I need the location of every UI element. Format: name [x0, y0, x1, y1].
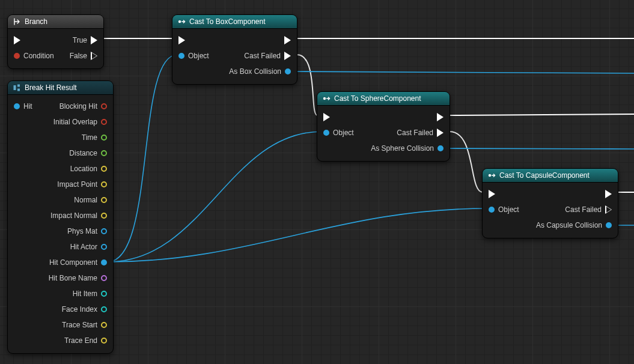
pin-label: Hit Component: [49, 258, 97, 267]
hit-pin[interactable]: Hit: [8, 99, 43, 114]
data-pin[interactable]: [101, 213, 107, 219]
pin-label: True: [73, 36, 87, 44]
out-pin-hit-component[interactable]: Hit Component: [43, 255, 113, 270]
out-pin-impact-normal[interactable]: Impact Normal: [43, 208, 113, 223]
pin-label: As Sphere Collision: [371, 144, 434, 153]
out-pin-normal[interactable]: Normal: [43, 192, 113, 208]
pin-label: Time: [82, 133, 97, 142]
out-pin-location[interactable]: Location: [43, 161, 113, 177]
data-pin[interactable]: [101, 197, 107, 203]
data-pin[interactable]: [101, 119, 107, 125]
svg-rect-1: [17, 85, 20, 87]
branch-icon: [13, 17, 21, 26]
condition-pin[interactable]: Condition: [8, 48, 60, 64]
false-pin[interactable]: False: [60, 48, 103, 64]
pin-label: Normal: [74, 196, 97, 204]
pin-label: Object: [333, 129, 354, 137]
node-cast-capsule[interactable]: Cast To CapsuleComponent Object Cast Fai…: [482, 168, 618, 238]
exec-in-pin[interactable]: [172, 32, 223, 48]
as-capsule-pin[interactable]: As Capsule Collision: [530, 217, 618, 233]
out-pin-impact-point[interactable]: Impact Point: [43, 177, 113, 192]
node-header: Cast To SphereComponent: [317, 92, 450, 106]
as-sphere-pin[interactable]: As Sphere Collision: [365, 141, 450, 156]
node-break-hit-result[interactable]: Break Hit Result Hit Blocking HitInitial…: [7, 80, 114, 354]
node-title: Branch: [25, 17, 47, 26]
cast-failed-pin[interactable]: Cast Failed: [223, 48, 297, 64]
node-header: Branch: [8, 15, 103, 29]
data-pin[interactable]: [101, 306, 107, 312]
exec-out-pin[interactable]: [365, 109, 450, 125]
exec-out-pin[interactable]: [530, 186, 618, 202]
node-title: Cast To BoxComponent: [189, 17, 266, 26]
pin-label: Initial Overlap: [53, 118, 97, 126]
data-pin[interactable]: [101, 338, 107, 344]
pin-label: Hit Actor: [70, 243, 97, 251]
out-pin-blocking-hit[interactable]: Blocking Hit: [43, 99, 113, 114]
out-pin-hit-item[interactable]: Hit Item: [43, 286, 113, 302]
node-header: Cast To BoxComponent: [172, 15, 297, 29]
out-pin-time[interactable]: Time: [43, 130, 113, 145]
exec-in-pin[interactable]: [483, 186, 530, 202]
data-pin[interactable]: [101, 181, 107, 187]
node-cast-sphere[interactable]: Cast To SphereComponent Object Cast Fail…: [317, 91, 450, 162]
pin-label: Trace End: [64, 336, 97, 345]
object-pin[interactable]: Object: [483, 202, 530, 217]
data-pin[interactable]: [101, 228, 107, 234]
cast-failed-pin[interactable]: Cast Failed: [365, 125, 450, 141]
out-pin-distance[interactable]: Distance: [43, 145, 113, 161]
data-pin[interactable]: [101, 322, 107, 328]
data-pin[interactable]: [101, 103, 107, 109]
out-pin-trace-end[interactable]: Trace End: [43, 333, 113, 348]
node-branch[interactable]: Branch Condition True False: [7, 14, 104, 69]
svg-point-3: [178, 20, 181, 23]
pin-label: False: [70, 52, 87, 60]
exec-out-pin[interactable]: [223, 32, 297, 48]
out-pin-hit-actor[interactable]: Hit Actor: [43, 239, 113, 255]
pin-label: Hit Item: [73, 290, 97, 298]
data-pin[interactable]: [101, 135, 107, 141]
data-pin[interactable]: [101, 244, 107, 250]
pin-label: Cast Failed: [565, 205, 602, 214]
exec-in-pin[interactable]: [317, 109, 365, 125]
out-pin-face-index[interactable]: Face Index: [43, 302, 113, 317]
data-pin[interactable]: [101, 166, 107, 172]
node-header: Break Hit Result: [8, 81, 113, 95]
pin-label: Trace Start: [62, 321, 97, 329]
node-cast-box[interactable]: Cast To BoxComponent Object Cast Failed …: [172, 14, 297, 85]
svg-point-4: [323, 97, 326, 100]
node-header: Cast To CapsuleComponent: [483, 169, 618, 183]
cast-icon: [177, 17, 186, 26]
node-title: Cast To CapsuleComponent: [499, 171, 590, 180]
exec-in-pin[interactable]: [8, 32, 60, 48]
cast-icon: [322, 94, 331, 103]
node-title: Cast To SphereComponent: [334, 94, 421, 103]
cast-icon: [487, 171, 496, 180]
pin-label: Condition: [23, 52, 54, 60]
pin-label: Object: [188, 52, 209, 60]
data-pin[interactable]: [101, 150, 107, 156]
pin-label: Object: [498, 205, 519, 214]
node-title: Break Hit Result: [25, 83, 77, 92]
out-pin-initial-overlap[interactable]: Initial Overlap: [43, 114, 113, 130]
data-pin[interactable]: [101, 275, 107, 281]
pin-label: Location: [70, 165, 97, 173]
svg-point-5: [489, 174, 491, 177]
cast-failed-pin[interactable]: Cast Failed: [530, 202, 618, 217]
pin-label: Impact Point: [57, 180, 97, 189]
object-pin[interactable]: Object: [317, 125, 365, 141]
true-pin[interactable]: True: [60, 32, 103, 48]
data-pin[interactable]: [101, 259, 107, 265]
data-pin[interactable]: [101, 291, 107, 297]
pin-label: Impact Normal: [50, 211, 97, 220]
svg-rect-2: [17, 89, 20, 91]
out-pin-phys-mat[interactable]: Phys Mat: [43, 223, 113, 239]
as-box-pin[interactable]: As Box Collision: [223, 64, 297, 79]
pin-label: Phys Mat: [67, 227, 97, 235]
pin-label: Distance: [69, 149, 97, 157]
pin-label: Face Index: [62, 305, 97, 314]
out-pin-trace-start[interactable]: Trace Start: [43, 317, 113, 333]
pin-label: As Box Collision: [229, 67, 281, 76]
out-pin-hit-bone-name[interactable]: Hit Bone Name: [43, 270, 113, 286]
break-struct-icon: [13, 83, 21, 92]
object-pin[interactable]: Object: [172, 48, 223, 64]
